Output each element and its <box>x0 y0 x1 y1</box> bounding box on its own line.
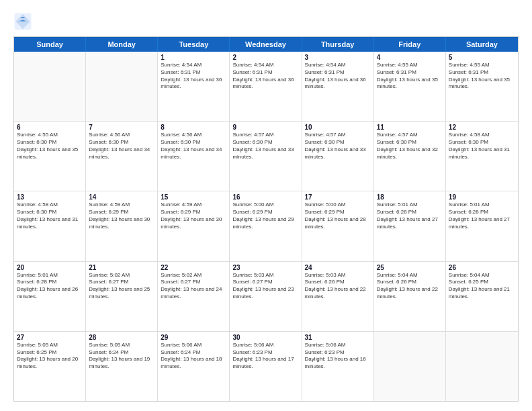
calendar: SundayMondayTuesdayWednesdayThursdayFrid… <box>13 36 519 402</box>
calendar-cell: 15Sunrise: 4:59 AMSunset: 6:29 PMDayligh… <box>158 191 230 261</box>
calendar-cell: 7Sunrise: 4:56 AMSunset: 6:30 PMDaylight… <box>86 122 158 191</box>
calendar-cell: 21Sunrise: 5:02 AMSunset: 6:27 PMDayligh… <box>86 262 158 331</box>
calendar-cell: 30Sunrise: 5:06 AMSunset: 6:23 PMDayligh… <box>230 332 302 401</box>
day-number: 17 <box>305 193 371 201</box>
cell-info: Sunrise: 4:56 AMSunset: 6:30 PMDaylight:… <box>161 132 226 161</box>
day-number: 2 <box>232 54 298 61</box>
cell-info: Sunrise: 4:54 AMSunset: 6:31 PMDaylight:… <box>232 62 298 91</box>
calendar-cell: 31Sunrise: 5:06 AMSunset: 6:23 PMDayligh… <box>302 332 374 401</box>
day-number: 12 <box>449 124 515 131</box>
cell-info: Sunrise: 5:03 AMSunset: 6:27 PMDaylight:… <box>232 272 298 301</box>
day-number: 21 <box>89 264 154 271</box>
calendar-cell: 13Sunrise: 4:58 AMSunset: 6:30 PMDayligh… <box>14 191 86 261</box>
calendar-cell: 28Sunrise: 5:05 AMSunset: 6:24 PMDayligh… <box>86 332 158 401</box>
day-number: 28 <box>89 334 154 341</box>
header-day: Monday <box>86 37 158 52</box>
calendar-cell: 26Sunrise: 5:04 AMSunset: 6:25 PMDayligh… <box>446 262 518 331</box>
header-day: Sunday <box>14 37 86 52</box>
cell-info: Sunrise: 4:55 AMSunset: 6:31 PMDaylight:… <box>377 62 443 91</box>
day-number: 9 <box>232 124 298 131</box>
cell-info: Sunrise: 4:57 AMSunset: 6:30 PMDaylight:… <box>305 132 371 161</box>
day-number: 13 <box>17 193 83 201</box>
calendar-cell: 27Sunrise: 5:05 AMSunset: 6:25 PMDayligh… <box>14 332 86 401</box>
header-day: Thursday <box>302 37 374 52</box>
cell-info: Sunrise: 5:06 AMSunset: 6:24 PMDaylight:… <box>161 342 226 371</box>
logo <box>13 12 35 31</box>
calendar-cell: 12Sunrise: 4:58 AMSunset: 6:30 PMDayligh… <box>446 122 518 191</box>
day-number: 14 <box>89 193 154 201</box>
cell-info: Sunrise: 5:02 AMSunset: 6:27 PMDaylight:… <box>89 272 154 301</box>
header-day: Friday <box>374 37 446 52</box>
day-number: 20 <box>17 264 83 271</box>
calendar-cell <box>14 52 86 121</box>
calendar-cell: 20Sunrise: 5:01 AMSunset: 6:28 PMDayligh… <box>14 262 86 331</box>
cell-info: Sunrise: 5:04 AMSunset: 6:26 PMDaylight:… <box>377 272 443 301</box>
calendar-header: SundayMondayTuesdayWednesdayThursdayFrid… <box>14 37 518 52</box>
calendar-cell: 17Sunrise: 5:00 AMSunset: 6:29 PMDayligh… <box>302 191 374 261</box>
cell-info: Sunrise: 4:59 AMSunset: 6:29 PMDaylight:… <box>89 201 154 230</box>
cell-info: Sunrise: 4:55 AMSunset: 6:30 PMDaylight:… <box>17 132 83 161</box>
cell-info: Sunrise: 5:06 AMSunset: 6:23 PMDaylight:… <box>305 342 371 371</box>
day-number: 11 <box>377 124 443 131</box>
cell-info: Sunrise: 5:00 AMSunset: 6:29 PMDaylight:… <box>305 201 371 230</box>
day-number: 16 <box>232 193 298 201</box>
cell-info: Sunrise: 4:54 AMSunset: 6:31 PMDaylight:… <box>305 62 371 91</box>
day-number: 15 <box>161 193 226 201</box>
calendar-cell <box>374 332 446 401</box>
day-number: 30 <box>232 334 298 341</box>
cell-info: Sunrise: 5:05 AMSunset: 6:24 PMDaylight:… <box>89 342 154 371</box>
cell-info: Sunrise: 5:01 AMSunset: 6:28 PMDaylight:… <box>449 201 515 230</box>
calendar-cell: 19Sunrise: 5:01 AMSunset: 6:28 PMDayligh… <box>446 191 518 261</box>
header-day: Tuesday <box>158 37 230 52</box>
calendar-cell: 29Sunrise: 5:06 AMSunset: 6:24 PMDayligh… <box>158 332 230 401</box>
cell-info: Sunrise: 5:00 AMSunset: 6:29 PMDaylight:… <box>232 201 298 230</box>
cell-info: Sunrise: 4:57 AMSunset: 6:30 PMDaylight:… <box>232 132 298 161</box>
day-number: 26 <box>449 264 515 271</box>
calendar-row: 20Sunrise: 5:01 AMSunset: 6:28 PMDayligh… <box>14 261 518 331</box>
header-day: Wednesday <box>230 37 302 52</box>
calendar-row: 13Sunrise: 4:58 AMSunset: 6:30 PMDayligh… <box>14 191 518 261</box>
calendar-cell: 14Sunrise: 4:59 AMSunset: 6:29 PMDayligh… <box>86 191 158 261</box>
day-number: 7 <box>89 124 154 131</box>
calendar-cell: 3Sunrise: 4:54 AMSunset: 6:31 PMDaylight… <box>302 52 374 121</box>
day-number: 19 <box>449 193 515 201</box>
day-number: 10 <box>305 124 371 131</box>
day-number: 31 <box>305 334 371 341</box>
cell-info: Sunrise: 4:55 AMSunset: 6:31 PMDaylight:… <box>449 62 515 91</box>
day-number: 27 <box>17 334 83 341</box>
calendar-cell: 23Sunrise: 5:03 AMSunset: 6:27 PMDayligh… <box>230 262 302 331</box>
day-number: 25 <box>377 264 443 271</box>
calendar-cell: 22Sunrise: 5:02 AMSunset: 6:27 PMDayligh… <box>158 262 230 331</box>
page: SundayMondayTuesdayWednesdayThursdayFrid… <box>0 0 532 411</box>
calendar-cell: 8Sunrise: 4:56 AMSunset: 6:30 PMDaylight… <box>158 122 230 191</box>
day-number: 18 <box>377 193 443 201</box>
day-number: 4 <box>377 54 443 61</box>
cell-info: Sunrise: 4:54 AMSunset: 6:31 PMDaylight:… <box>161 62 226 91</box>
calendar-cell: 9Sunrise: 4:57 AMSunset: 6:30 PMDaylight… <box>230 122 302 191</box>
calendar-row: 1Sunrise: 4:54 AMSunset: 6:31 PMDaylight… <box>14 52 518 121</box>
day-number: 6 <box>17 124 83 131</box>
header <box>13 12 519 31</box>
day-number: 3 <box>305 54 371 61</box>
cell-info: Sunrise: 5:01 AMSunset: 6:28 PMDaylight:… <box>17 272 83 301</box>
calendar-cell <box>446 332 518 401</box>
calendar-cell: 1Sunrise: 4:54 AMSunset: 6:31 PMDaylight… <box>158 52 230 121</box>
calendar-body: 1Sunrise: 4:54 AMSunset: 6:31 PMDaylight… <box>14 52 518 401</box>
cell-info: Sunrise: 4:58 AMSunset: 6:30 PMDaylight:… <box>17 201 83 230</box>
cell-info: Sunrise: 5:01 AMSunset: 6:28 PMDaylight:… <box>377 201 443 230</box>
calendar-cell <box>86 52 158 121</box>
calendar-row: 6Sunrise: 4:55 AMSunset: 6:30 PMDaylight… <box>14 121 518 191</box>
cell-info: Sunrise: 4:56 AMSunset: 6:30 PMDaylight:… <box>89 132 154 161</box>
calendar-cell: 2Sunrise: 4:54 AMSunset: 6:31 PMDaylight… <box>230 52 302 121</box>
cell-info: Sunrise: 4:57 AMSunset: 6:30 PMDaylight:… <box>377 132 443 161</box>
day-number: 1 <box>161 54 226 61</box>
calendar-cell: 4Sunrise: 4:55 AMSunset: 6:31 PMDaylight… <box>374 52 446 121</box>
cell-info: Sunrise: 5:02 AMSunset: 6:27 PMDaylight:… <box>161 272 226 301</box>
calendar-cell: 24Sunrise: 5:03 AMSunset: 6:26 PMDayligh… <box>302 262 374 331</box>
day-number: 24 <box>305 264 371 271</box>
cell-info: Sunrise: 5:06 AMSunset: 6:23 PMDaylight:… <box>232 342 298 371</box>
header-day: Saturday <box>446 37 518 52</box>
calendar-cell: 16Sunrise: 5:00 AMSunset: 6:29 PMDayligh… <box>230 191 302 261</box>
cell-info: Sunrise: 5:03 AMSunset: 6:26 PMDaylight:… <box>305 272 371 301</box>
calendar-cell: 10Sunrise: 4:57 AMSunset: 6:30 PMDayligh… <box>302 122 374 191</box>
